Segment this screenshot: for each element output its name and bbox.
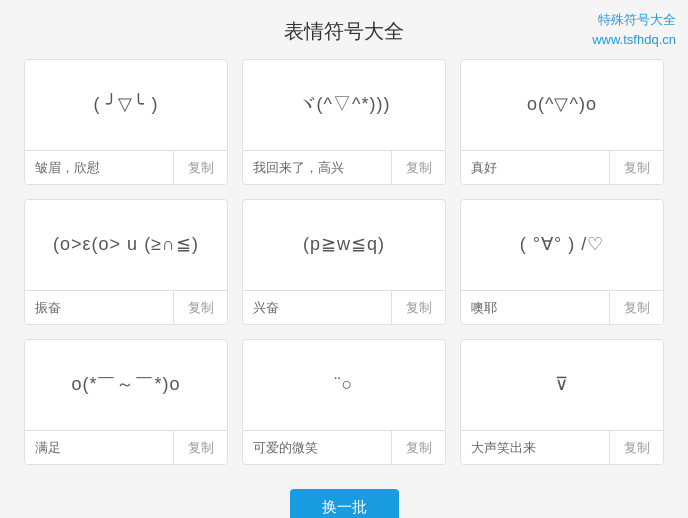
page-title: 表情符号大全	[0, 0, 688, 59]
card-footer: 皱眉，欣慰复制	[25, 150, 227, 184]
symbol-card: ( ╯▽╰ )皱眉，欣慰复制	[24, 59, 228, 185]
symbol-card: ⊽大声笑出来复制	[460, 339, 664, 465]
card-label: 真好	[461, 159, 609, 177]
card-label: 兴奋	[243, 299, 391, 317]
symbol-card: (p≧w≦q)兴奋复制	[242, 199, 446, 325]
card-footer: 真好复制	[461, 150, 663, 184]
symbol-card: o(*￣～￣*)o满足复制	[24, 339, 228, 465]
copy-button[interactable]: 复制	[391, 431, 445, 465]
refresh-button[interactable]: 换一批	[290, 489, 399, 518]
copy-button[interactable]: 复制	[173, 291, 227, 325]
card-label: 大声笑出来	[461, 439, 609, 457]
symbol-display: ⊽	[461, 340, 663, 430]
site-name: 特殊符号大全	[598, 12, 676, 27]
card-footer: 可爱的微笑复制	[243, 430, 445, 464]
symbol-display: ( ╯▽╰ )	[25, 60, 227, 150]
symbol-card: o(^▽^)o真好复制	[460, 59, 664, 185]
symbol-card: ヾ(^▽^*)))我回来了，高兴复制	[242, 59, 446, 185]
card-footer: 满足复制	[25, 430, 227, 464]
symbol-display: ヾ(^▽^*)))	[243, 60, 445, 150]
card-label: 噢耶	[461, 299, 609, 317]
symbol-display: (o>ε(o> u (≥∩≦)	[25, 200, 227, 290]
symbol-display: (p≧w≦q)	[243, 200, 445, 290]
copy-button[interactable]: 复制	[173, 151, 227, 185]
copy-button[interactable]: 复制	[609, 431, 663, 465]
card-label: 满足	[25, 439, 173, 457]
card-label: 皱眉，欣慰	[25, 159, 173, 177]
symbol-grid: ( ╯▽╰ )皱眉，欣慰复制ヾ(^▽^*)))我回来了，高兴复制o(^▽^)o真…	[0, 59, 688, 481]
card-label: 振奋	[25, 299, 173, 317]
symbol-display: o(*￣～￣*)o	[25, 340, 227, 430]
copy-button[interactable]: 复制	[391, 291, 445, 325]
symbol-card: (o>ε(o> u (≥∩≦)振奋复制	[24, 199, 228, 325]
symbol-display: ( °∀° ) /♡	[461, 200, 663, 290]
symbol-card: ¨○可爱的微笑复制	[242, 339, 446, 465]
symbol-display: o(^▽^)o	[461, 60, 663, 150]
card-footer: 兴奋复制	[243, 290, 445, 324]
card-label: 我回来了，高兴	[243, 159, 391, 177]
site-url: www.tsfhdq.cn	[592, 32, 676, 47]
copy-button[interactable]: 复制	[609, 151, 663, 185]
refresh-area: 换一批	[0, 481, 688, 518]
card-footer: 我回来了，高兴复制	[243, 150, 445, 184]
card-footer: 振奋复制	[25, 290, 227, 324]
copy-button[interactable]: 复制	[391, 151, 445, 185]
card-label: 可爱的微笑	[243, 439, 391, 457]
card-footer: 大声笑出来复制	[461, 430, 663, 464]
card-footer: 噢耶复制	[461, 290, 663, 324]
symbol-display: ¨○	[243, 340, 445, 430]
site-link[interactable]: 特殊符号大全 www.tsfhdq.cn	[592, 10, 676, 49]
symbol-card: ( °∀° ) /♡噢耶复制	[460, 199, 664, 325]
copy-button[interactable]: 复制	[173, 431, 227, 465]
copy-button[interactable]: 复制	[609, 291, 663, 325]
